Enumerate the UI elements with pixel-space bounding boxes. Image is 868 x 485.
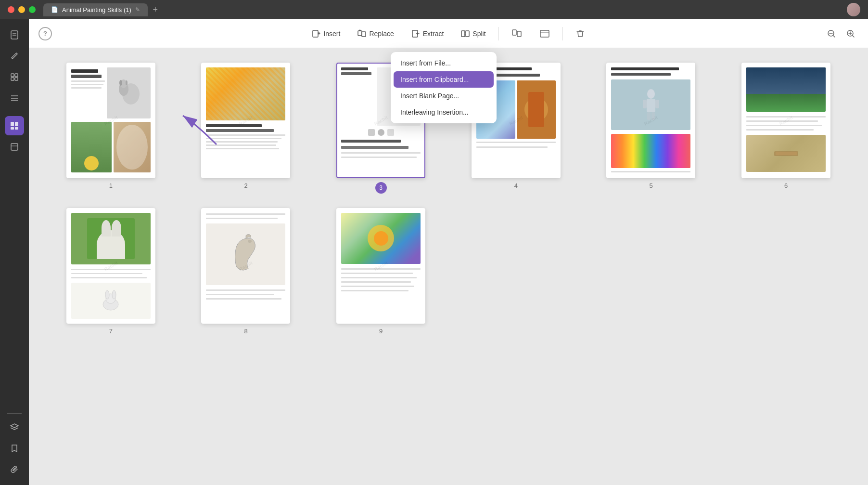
page-number-5: 5 [649,182,652,189]
help-button[interactable]: ? [38,27,52,40]
active-tab[interactable]: 📄 Animal Painting Skills (1) ✎ [43,3,148,16]
tab-doc-icon: 📄 [51,6,58,13]
toolbar: ? Insert Replace [29,19,868,48]
page-thumb-5: Rachit [606,63,695,178]
zoom-out-button[interactable] [824,26,839,41]
insert-button[interactable]: Insert [305,26,347,42]
svg-rect-21 [466,31,469,37]
insert-blank-page-item[interactable]: Insert Blank Page... [394,88,494,104]
page-number-6: 6 [784,182,788,189]
svg-rect-4 [15,74,18,77]
page-item-9[interactable]: Rachit 9 [318,208,444,335]
page-item-2[interactable]: Rachit 2 [183,63,309,194]
svg-rect-10 [11,122,14,126]
page-item-1[interactable]: Rachit 1 [48,63,174,194]
avatar-image [847,3,860,16]
sidebar-bottom [5,411,24,479]
delete-button[interactable] [569,25,592,42]
page-thumb-6: Rachit [741,63,830,178]
page-number-7: 7 [109,328,113,335]
toolbar-right [824,26,858,41]
svg-rect-14 [11,144,18,150]
svg-rect-20 [461,31,465,37]
toolbar-divider-1 [498,27,499,40]
split-label: Split [472,30,485,38]
insert-dropdown-menu: Insert from File... Insert from Clipboar… [391,52,497,123]
sidebar-icon-list[interactable] [5,89,24,108]
replace-label: Replace [369,30,394,38]
toolbar-icon-btn-1[interactable] [505,25,529,43]
sidebar-icon-extra[interactable] [5,137,24,157]
sidebar-icon-attachment[interactable] [5,460,24,479]
insert-interleaving-item[interactable]: Interleaving Insertion... [394,104,494,120]
insert-from-file-item[interactable]: Insert from File... [394,55,494,71]
page-item-8[interactable]: Rachit 8 [183,208,309,335]
maximize-button[interactable] [29,6,36,13]
svg-rect-41 [655,100,659,108]
page-number-1: 1 [109,182,113,189]
close-button[interactable] [8,6,14,13]
sidebar-icon-pages[interactable] [5,116,24,135]
tab-bar: 📄 Animal Painting Skills (1) ✎ + [43,3,161,16]
svg-rect-39 [647,99,655,112]
svg-rect-23 [517,31,521,37]
svg-rect-12 [11,127,14,130]
svg-rect-16 [313,30,318,37]
sidebar-icon-layers[interactable] [5,418,24,437]
svg-rect-6 [15,78,18,80]
svg-rect-40 [643,100,647,108]
page-thumb-9: Rachit [336,208,425,324]
sidebar-divider-1 [7,112,22,112]
insert-from-clipboard-item[interactable]: Insert from Clipboard... [394,71,494,88]
svg-rect-42 [647,112,651,120]
page-item-7[interactable]: Rachit 7 [48,208,174,335]
split-button[interactable]: Split [454,26,492,42]
sidebar-divider-2 [7,413,22,414]
tab-title: Animal Painting Skills (1) [62,6,131,13]
page-number-4: 4 [514,182,518,189]
page-number-2: 2 [244,182,247,189]
svg-rect-22 [512,30,516,35]
titlebar: 📄 Animal Painting Skills (1) ✎ + [0,0,868,19]
svg-rect-18 [362,32,366,37]
svg-point-38 [647,89,655,99]
add-tab-button[interactable]: + [150,4,161,15]
extract-button[interactable]: Extract [405,26,451,42]
page-thumb-8: Rachit [201,208,290,324]
sidebar-icon-annotations[interactable] [5,46,24,66]
content-area: ? Insert Replace [29,19,868,485]
svg-point-32 [119,80,122,86]
svg-rect-11 [15,122,18,126]
svg-point-33 [126,80,128,85]
sidebar-icon-bookmarks[interactable] [5,25,24,44]
app-body: ? Insert Replace [0,19,868,485]
svg-point-50 [248,240,252,243]
page-number-9: 9 [379,328,383,335]
traffic-lights [8,6,36,13]
page-thumb-2: Rachit [201,63,290,178]
svg-rect-13 [15,127,18,130]
extract-label: Extract [423,30,444,38]
svg-rect-43 [651,112,655,120]
toolbar-center: Insert Replace Extract [305,25,591,43]
page-number-3: 3 [375,182,387,194]
zoom-in-button[interactable] [843,26,858,41]
svg-rect-24 [540,30,549,37]
toolbar-divider-2 [562,27,563,40]
svg-rect-5 [11,78,14,80]
insert-label: Insert [323,30,340,38]
svg-rect-17 [358,31,362,36]
toolbar-icon-btn-2[interactable] [533,25,557,43]
page-number-8: 8 [244,328,247,335]
replace-button[interactable]: Replace [351,26,400,42]
page-item-5[interactable]: Rachit 5 [588,63,714,194]
svg-point-49 [112,290,116,299]
page-thumb-1: Rachit [66,63,155,178]
sidebar-icon-toc[interactable] [5,67,24,87]
sidebar-icon-bookmark[interactable] [5,439,24,458]
svg-rect-45 [776,152,797,155]
avatar[interactable] [847,3,860,16]
page-thumb-7: Rachit [66,208,155,324]
minimize-button[interactable] [18,6,25,13]
page-item-6[interactable]: Rachit 6 [723,63,849,194]
